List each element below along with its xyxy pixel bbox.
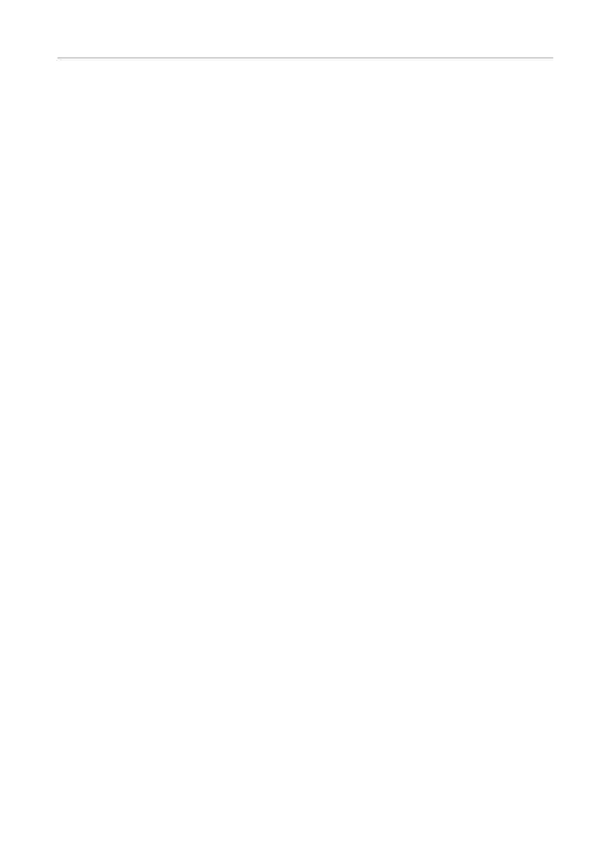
page-top-divider [58, 58, 553, 58]
